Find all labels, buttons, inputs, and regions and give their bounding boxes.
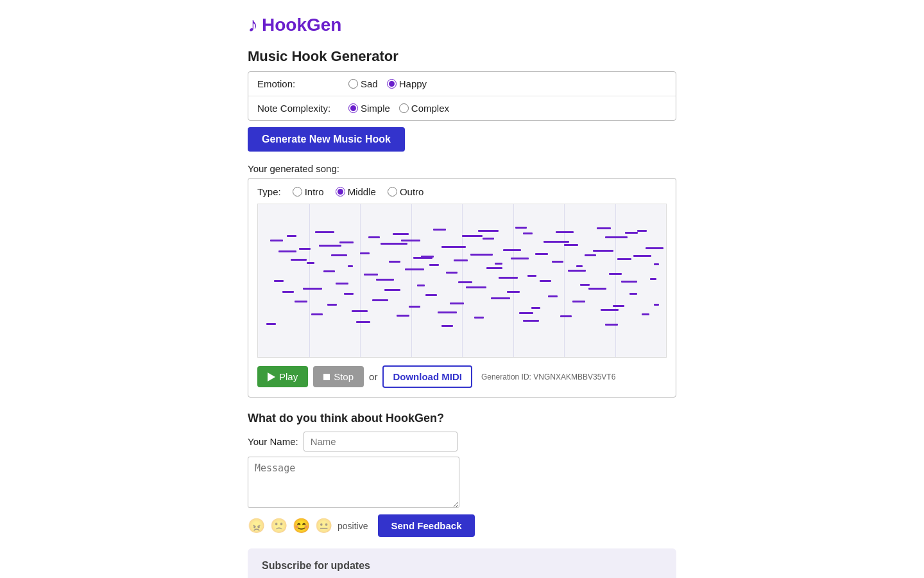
note-bar [499,277,518,279]
note-bar [625,232,638,234]
note-bar [401,240,420,241]
emotion-sad-radio[interactable] [348,79,358,89]
complexity-complex-radio[interactable] [399,103,409,113]
play-label: Play [279,371,298,382]
note-bar [507,291,520,293]
note-bar [446,272,458,274]
note-bar [646,247,663,249]
type-outro-label: Outro [400,186,424,197]
note-bar [336,283,348,285]
note-bar [613,305,624,307]
note-bar [621,281,637,283]
emotion-sad-label: Sad [361,78,378,89]
note-bar [274,280,284,282]
stop-button[interactable]: Stop [313,366,364,387]
type-outro-radio[interactable] [388,187,397,197]
type-outro-option[interactable]: Outro [388,186,427,197]
send-feedback-button[interactable]: Send Feedback [378,514,474,537]
note-bar [654,263,659,265]
note-bar [270,240,283,241]
emotion-happy-option[interactable]: Happy [387,78,427,89]
note-bar [511,258,529,259]
complexity-radio-group: Simple Complex [348,103,449,114]
note-bar [368,236,380,238]
note-bar [474,317,484,319]
subscribe-title: Subscribe for updates [262,560,662,572]
note-bar [389,261,400,263]
note-bar [303,288,322,290]
note-bar [548,295,558,297]
name-input[interactable] [304,432,458,451]
type-intro-radio[interactable] [293,187,302,197]
play-button[interactable]: Play [257,366,308,387]
type-intro-option[interactable]: Intro [293,186,327,197]
complexity-simple-label: Simple [361,103,390,114]
note-bar [515,227,527,229]
note-bar [413,257,432,259]
page-title: Music Hook Generator [248,48,676,65]
sentiment-neutral[interactable]: 😐 [315,518,332,534]
note-bar [327,304,337,306]
page-wrapper: ♪ HookGen Music Hook Generator Emotion: … [237,0,687,578]
note-bar [417,285,425,286]
complexity-simple-radio[interactable] [348,103,358,113]
note-bar [352,310,368,312]
form-panel: Emotion: Sad Happy Note Complexity: Simp… [248,71,676,121]
note-bar [454,259,468,261]
note-bar [397,315,409,317]
note-bar [552,261,563,263]
note-bar [572,301,585,302]
note-bar [307,262,314,264]
name-label: Your Name: [248,436,298,447]
sentiment-negative[interactable]: 🙁 [270,518,287,534]
note-bar [409,306,420,308]
note-bar [323,270,335,272]
sentiment-row: 😠 🙁 😊 😐 positive Send Feedback [248,514,676,537]
note-bar [425,294,437,296]
logo-row: ♪ HookGen [248,13,676,37]
note-bar [585,254,596,256]
stop-icon [323,374,330,380]
note-bar [588,288,606,290]
note-bar [315,231,334,233]
note-bar [654,304,659,306]
note-bar [429,264,439,266]
type-intro-label: Intro [305,186,324,197]
download-midi-button[interactable]: Download MIDI [382,365,472,388]
generate-button[interactable]: Generate New Music Hook [248,127,405,152]
note-bar [319,245,341,247]
note-bar [576,265,583,267]
type-label: Type: [257,186,281,197]
or-text: or [369,371,377,382]
note-bar [278,250,296,252]
note-bar [642,313,649,315]
emotion-sad-option[interactable]: Sad [348,78,378,89]
note-bar [633,255,651,257]
message-area[interactable] [248,457,459,508]
emotion-happy-radio[interactable] [387,79,397,89]
subscribe-panel: Subscribe for updates [248,548,676,578]
sentiment-very-negative[interactable]: 😠 [248,518,265,534]
note-bar [593,250,613,252]
note-bar [495,263,502,265]
complexity-simple-option[interactable]: Simple [348,103,390,114]
note-bar [360,252,370,254]
note-bar [527,275,536,277]
emotion-label: Emotion: [257,78,341,89]
note-bar [523,320,539,322]
note-bar [637,230,647,232]
complexity-complex-option[interactable]: Complex [399,103,449,114]
note-bar [339,241,354,243]
note-bar [478,230,499,232]
sentiment-positive[interactable]: 😊 [293,518,310,534]
note-bar [381,243,407,245]
note-bar [568,270,586,272]
emotion-row: Emotion: Sad Happy [248,72,676,96]
type-middle-radio[interactable] [336,187,345,197]
note-bar [519,312,533,314]
note-bar [609,273,622,275]
note-bar [356,321,370,323]
note-bar [384,289,400,291]
note-bar [483,238,494,240]
type-middle-option[interactable]: Middle [336,186,379,197]
